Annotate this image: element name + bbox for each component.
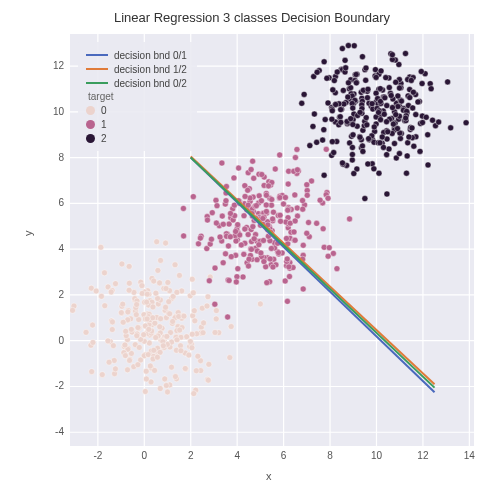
svg-point-242	[154, 354, 160, 360]
svg-point-174	[157, 324, 163, 330]
svg-point-708	[463, 120, 469, 126]
svg-point-423	[228, 254, 234, 260]
svg-point-755	[378, 117, 384, 123]
svg-point-659	[349, 144, 355, 150]
svg-point-279	[277, 152, 283, 158]
svg-point-742	[345, 94, 351, 100]
svg-point-553	[384, 152, 390, 158]
svg-point-170	[155, 295, 161, 301]
svg-point-515	[253, 203, 259, 209]
svg-point-661	[384, 103, 390, 109]
svg-point-788	[350, 105, 356, 111]
svg-point-313	[272, 166, 278, 172]
svg-point-499	[292, 218, 298, 224]
svg-point-399	[314, 220, 320, 226]
svg-point-700	[418, 68, 424, 74]
svg-point-472	[268, 245, 274, 251]
svg-point-575	[299, 100, 305, 106]
svg-point-660	[397, 85, 403, 91]
svg-point-264	[70, 307, 76, 313]
svg-point-133	[139, 283, 145, 289]
svg-point-249	[195, 353, 201, 359]
svg-point-481	[270, 264, 276, 270]
svg-point-363	[231, 175, 237, 181]
svg-point-378	[213, 220, 219, 226]
svg-point-219	[143, 368, 149, 374]
svg-point-746	[410, 89, 416, 95]
svg-point-696	[339, 46, 345, 52]
svg-point-134	[227, 355, 233, 361]
svg-point-221	[125, 309, 131, 315]
svg-point-196	[122, 342, 128, 348]
svg-point-318	[190, 194, 196, 200]
svg-point-192	[163, 304, 169, 310]
svg-point-427	[263, 202, 269, 208]
svg-point-204	[174, 337, 180, 343]
svg-point-185	[213, 316, 219, 322]
svg-point-673	[395, 93, 401, 99]
svg-point-83	[162, 376, 168, 382]
svg-point-640	[371, 166, 377, 172]
svg-point-215	[167, 311, 173, 317]
x-tick: 8	[318, 450, 342, 461]
svg-point-469	[204, 217, 210, 223]
svg-point-126	[176, 313, 182, 319]
svg-point-601	[364, 122, 370, 128]
svg-point-507	[304, 192, 310, 198]
svg-point-446	[209, 210, 215, 216]
svg-point-421	[251, 175, 257, 181]
svg-point-270	[250, 158, 256, 164]
svg-point-422	[256, 242, 262, 248]
svg-point-246	[163, 240, 169, 246]
svg-point-38	[165, 389, 171, 395]
svg-point-27	[157, 280, 163, 286]
legend-hue-title: target	[86, 90, 187, 103]
svg-point-762	[349, 152, 355, 158]
svg-point-224	[192, 318, 198, 324]
svg-point-526	[325, 195, 331, 201]
y-tick: 2	[34, 289, 64, 300]
svg-point-478	[245, 232, 251, 238]
svg-point-765	[419, 81, 425, 87]
svg-point-79	[165, 279, 171, 285]
svg-point-460	[181, 233, 187, 239]
svg-point-490	[292, 237, 298, 243]
svg-point-431	[234, 274, 240, 280]
svg-point-750	[343, 65, 349, 71]
svg-point-524	[258, 250, 264, 256]
svg-point-795	[353, 71, 359, 77]
x-tick: 12	[411, 450, 435, 461]
legend: decision bnd 0/1 decision bnd 1/2 decisi…	[78, 42, 197, 151]
svg-point-285	[241, 213, 247, 219]
svg-point-201	[150, 315, 156, 321]
svg-point-543	[321, 59, 327, 65]
svg-point-167	[177, 327, 183, 333]
svg-point-791	[430, 117, 436, 123]
svg-point-667	[393, 79, 399, 85]
svg-point-432	[250, 224, 256, 230]
svg-point-723	[406, 134, 412, 140]
svg-point-495	[235, 222, 241, 228]
svg-point-778	[376, 109, 382, 115]
svg-point-761	[415, 99, 421, 105]
svg-point-558	[320, 137, 326, 143]
x-tick: 4	[225, 450, 249, 461]
svg-point-774	[377, 140, 383, 146]
svg-point-759	[339, 160, 345, 166]
svg-point-520	[220, 260, 226, 266]
svg-point-666	[396, 151, 402, 157]
svg-point-508	[266, 183, 272, 189]
svg-point-429	[206, 278, 212, 284]
svg-point-688	[373, 90, 379, 96]
svg-point-154	[145, 352, 151, 358]
svg-point-735	[384, 191, 390, 197]
svg-point-787	[389, 52, 395, 58]
svg-point-614	[363, 115, 369, 121]
svg-point-440	[245, 263, 251, 269]
svg-point-530	[314, 139, 320, 145]
svg-point-470	[292, 192, 298, 198]
svg-point-511	[258, 198, 264, 204]
svg-point-181	[213, 308, 219, 314]
svg-point-405	[219, 213, 225, 219]
svg-point-697	[329, 108, 335, 114]
